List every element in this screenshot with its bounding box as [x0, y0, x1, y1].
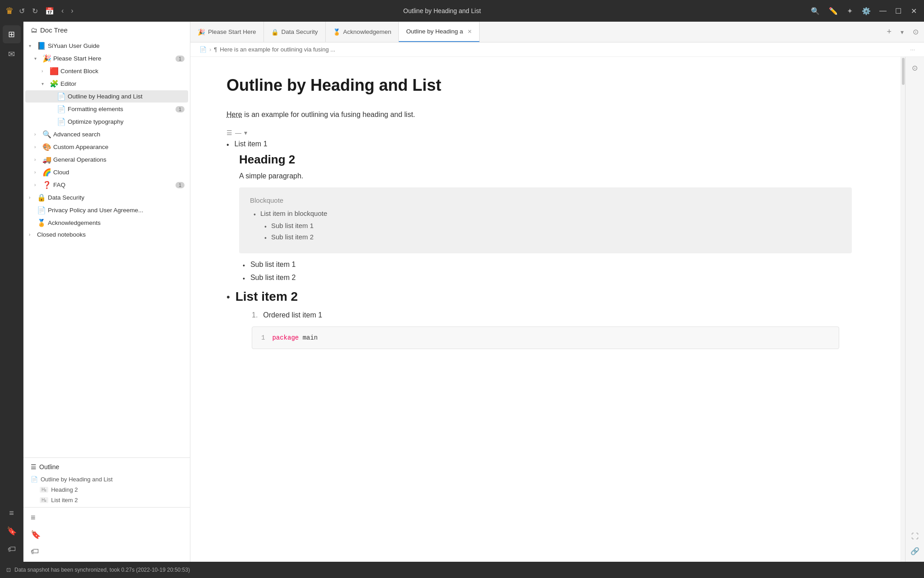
redo-button[interactable]: ↻: [30, 5, 40, 17]
icon-bar-bookmark[interactable]: 🔖: [3, 522, 21, 540]
sidebar-item-outline-heading-list[interactable]: › 📄 Outline by Heading and List: [25, 90, 188, 103]
sidebar-item-custom-appearance[interactable]: › 🎨 Custom Appearance: [25, 141, 188, 153]
tab-data-security-icon: 🔒: [271, 28, 279, 36]
chevron-right-icon: ›: [34, 132, 41, 137]
minimize-button[interactable]: —: [878, 6, 888, 16]
tab-acknowledgements-icon: 🏅: [333, 28, 341, 36]
root-icon: 📘: [37, 42, 46, 50]
flash-button[interactable]: ✦: [845, 5, 855, 17]
chevron-right-icon: ›: [34, 144, 41, 149]
sub-text-1: Sub list item 1: [250, 261, 296, 269]
search-button[interactable]: 🔍: [809, 5, 822, 17]
breadcrumb-more-button[interactable]: ···: [910, 46, 915, 53]
chevron-down-icon: ▾: [42, 81, 48, 86]
titlebar-right: 🔍 ✏️ ✦ ⚙️ — ☐ ✕: [809, 5, 919, 17]
sidebar-item-optimize-typography[interactable]: › 📄 Optimize typography: [25, 116, 188, 128]
tab-add-button[interactable]: +: [881, 27, 897, 37]
sidebar-item-formatting-elements[interactable]: › 📄 Formatting elements 1: [25, 103, 188, 115]
tree-root[interactable]: ▾ 📘 SiYuan User Guide: [25, 40, 188, 52]
sidebar-item-editor[interactable]: ▾ 🧩 Editor: [25, 78, 188, 90]
icon-bar-outline[interactable]: ≡: [3, 504, 21, 522]
tab-close-button[interactable]: ✕: [467, 28, 472, 35]
list-item-1: • List item 1: [226, 140, 864, 149]
tab-layout-button[interactable]: ⊙: [907, 28, 924, 36]
sidebar-item-general-operations[interactable]: › 🚚 General Operations: [25, 154, 188, 166]
tab-please-start-here[interactable]: 🎉 Please Start Here: [190, 22, 264, 42]
app-body: ⊞ ✉ ≡ 🔖 🏷 🗂 Doc Tree ▾ 📘 SiYuan User Gui…: [0, 22, 924, 562]
formatting-icon: 📄: [57, 105, 66, 113]
calendar-button[interactable]: 📅: [43, 5, 56, 17]
right-panel-link-btn[interactable]: ⊙: [908, 61, 922, 75]
bq-sub-item-1: • Sub list item 1: [250, 222, 841, 230]
list-item-2: • List item 2: [226, 289, 864, 304]
doc-tree-icon: 🗂: [31, 26, 37, 34]
list-dash: —: [235, 129, 241, 136]
editor-label: Editor: [60, 80, 76, 87]
breadcrumb-para-icon: ¶: [214, 46, 217, 53]
outline-item-doc[interactable]: 📄 Outline by Heading and List: [23, 474, 190, 485]
sidebar-item-acknowledgements[interactable]: › 🏅 Acknowledgements: [25, 217, 188, 229]
tab-acknowledgements[interactable]: 🏅 Acknowledgemen: [326, 22, 399, 42]
sidebar-tag-button[interactable]: 🏷: [23, 543, 190, 560]
code-line-1: 1 package main: [261, 334, 830, 341]
doc-intro: Here is an example for outlining via fus…: [226, 109, 864, 121]
doc-content[interactable]: Outline by Heading and List Here is an e…: [190, 57, 901, 562]
optimize-icon: 📄: [57, 117, 66, 126]
simple-para: A simple paragraph.: [239, 172, 864, 180]
list-item-2-label: List item 2: [236, 289, 298, 304]
sidebar-item-privacy-policy[interactable]: › 📄 Privacy Policy and User Agreeme...: [25, 204, 188, 216]
sub-bullet-2: •: [243, 275, 245, 282]
privacy-icon: 📄: [37, 206, 46, 214]
edit-button[interactable]: ✏️: [827, 5, 840, 17]
faq-badge: 1: [176, 182, 185, 188]
tab-outline-heading-list[interactable]: Outline by Heading a ✕: [399, 22, 480, 42]
bq-text-1: List item in blockquote: [260, 210, 327, 217]
tab-acknowledgements-label: Acknowledgemen: [343, 28, 392, 35]
list-bullet-1: •: [226, 141, 229, 149]
sidebar-item-please-start-here[interactable]: ▾ 🎉 Please Start Here 1: [25, 52, 188, 65]
right-panel-chain-btn[interactable]: 🔗: [908, 544, 922, 558]
optimize-typography-label: Optimize typography: [68, 118, 124, 125]
breadcrumb-sep-1: ›: [209, 46, 211, 53]
heading-2: Heading 2: [239, 153, 864, 167]
sidebar-item-content-block[interactable]: › 🟥 Content Block: [25, 65, 188, 77]
tab-dropdown-button[interactable]: ▾: [897, 28, 907, 36]
right-panel-graph-btn[interactable]: ⛶: [908, 529, 922, 544]
icon-bar-search[interactable]: ✉: [3, 45, 21, 63]
ordered-list: 1. Ordered list item 1: [252, 311, 864, 319]
code-plain-1: main: [303, 334, 318, 341]
icon-bar-files[interactable]: ⊞: [3, 25, 21, 43]
list-caret: ▾: [244, 129, 247, 136]
sidebar-bookmark-button[interactable]: 🔖: [23, 526, 190, 543]
outline-item-h2-heading[interactable]: H₂ Heading 2: [23, 485, 190, 495]
icon-bar-tag[interactable]: 🏷: [3, 540, 21, 558]
window-title: Outline by Heading and List: [403, 7, 481, 14]
sidebar-item-data-security[interactable]: › 🔒 Data Security: [25, 191, 188, 204]
sidebar-outline-button[interactable]: ≡: [23, 509, 190, 526]
icon-bar-bottom: ≡ 🔖 🏷: [3, 504, 21, 558]
outline-title: ☰ Outline: [23, 461, 190, 474]
chevron-down-icon: ▾: [29, 43, 35, 48]
list-icon: ☰: [226, 129, 232, 136]
back-button[interactable]: ‹: [60, 5, 65, 17]
outline-doc-label: Outline by Heading and List: [41, 476, 113, 483]
scrollbar-thumb: [902, 58, 905, 85]
sidebar-item-cloud[interactable]: › 🌈 Cloud: [25, 166, 188, 178]
tab-data-security[interactable]: 🔒 Data Security: [264, 22, 326, 42]
outline-item-h2-list2[interactable]: H₂ List item 2: [23, 495, 190, 505]
chevron-right-icon: ›: [29, 232, 35, 237]
settings-button[interactable]: ⚙️: [860, 5, 873, 17]
close-button[interactable]: ✕: [909, 6, 919, 16]
main-scrollbar[interactable]: [901, 57, 905, 562]
sidebar-item-advanced-search[interactable]: › 🔍 Advanced search: [25, 128, 188, 140]
sync-icon: ⊡: [6, 567, 11, 573]
outline-doc-icon: 📄: [57, 92, 66, 101]
titlebar-left: ♛ ↺ ↻ 📅 ‹ ›: [5, 5, 75, 17]
intro-here: Here: [226, 111, 242, 118]
sidebar-item-faq[interactable]: › ❓ FAQ 1: [25, 179, 188, 191]
forward-button[interactable]: ›: [69, 5, 75, 17]
sidebar-item-closed-notebooks[interactable]: › Closed notebooks: [25, 229, 188, 240]
bq-sub-item-2: • Sub list item 2: [250, 233, 841, 242]
undo-button[interactable]: ↺: [17, 5, 27, 17]
maximize-button[interactable]: ☐: [893, 6, 903, 16]
